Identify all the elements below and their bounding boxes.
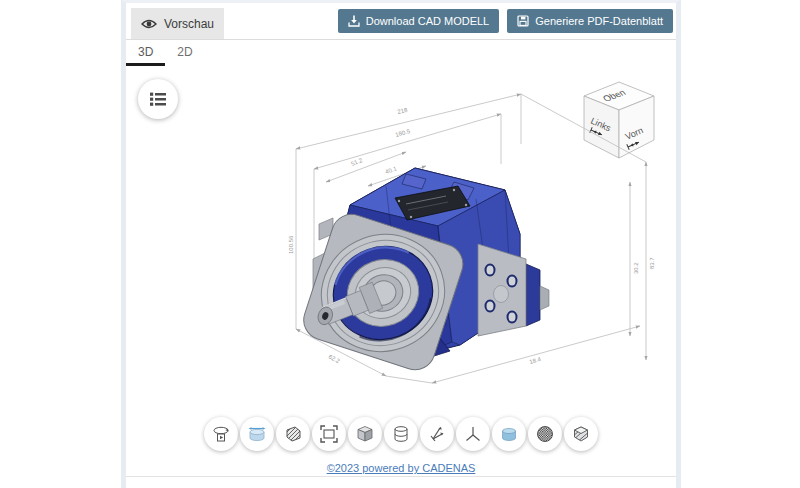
tab-vorschau[interactable]: Vorschau xyxy=(131,8,224,39)
toolbar-axes-button[interactable] xyxy=(456,417,490,451)
svg-text:218: 218 xyxy=(397,107,409,115)
toolbar-clip-view-button[interactable] xyxy=(564,417,598,451)
measure-tool-icon xyxy=(427,424,447,444)
cadenas-copyright-link[interactable]: ©2023 powered by CADENAS xyxy=(327,462,476,474)
generate-pdf-label: Generiere PDF-Datenblatt xyxy=(535,15,663,27)
layer-menu-button[interactable] xyxy=(138,79,178,119)
toolbar-fit-view-button[interactable] xyxy=(312,417,346,451)
download-cad-label: Download CAD MODELL xyxy=(366,15,490,27)
tab-vorschau-label: Vorschau xyxy=(164,17,214,31)
svg-text:18.4: 18.4 xyxy=(529,356,542,365)
shaded-view-icon xyxy=(499,424,519,444)
toolbar-solid-view-button[interactable] xyxy=(348,417,382,451)
tab-3d[interactable]: 3D xyxy=(126,40,165,66)
svg-text:62.2: 62.2 xyxy=(328,354,342,365)
measure-diameter-icon xyxy=(247,424,267,444)
toolbar-section-view-button[interactable] xyxy=(276,417,310,451)
download-icon xyxy=(348,15,360,27)
3d-model-viewport[interactable]: 218 180.5 51.2 40.1 31.1 100.56 62.2 83.… xyxy=(286,74,666,414)
toolbar-measure-diameter-button[interactable] xyxy=(240,417,274,451)
mesh-sphere-icon xyxy=(535,424,555,444)
toolbar-measure-tool-button[interactable] xyxy=(420,417,454,451)
header-tab-bar: Vorschau Download CAD MODELL xyxy=(126,3,676,40)
generate-pdf-button[interactable]: Generiere PDF-Datenblatt xyxy=(507,9,673,33)
svg-text:40.1: 40.1 xyxy=(384,165,398,175)
list-menu-icon xyxy=(147,88,169,110)
toolbar-rotate-animation-button[interactable] xyxy=(204,417,238,451)
preview-panel: Vorschau Download CAD MODELL xyxy=(121,0,681,488)
svg-text:180.5: 180.5 xyxy=(395,128,412,138)
axes-tripod-icon xyxy=(463,424,483,444)
pump-model xyxy=(299,168,549,375)
page: Vorschau Download CAD MODELL xyxy=(0,0,800,488)
tab-2d[interactable]: 2D xyxy=(165,40,204,66)
clip-cube-icon xyxy=(571,424,591,444)
viewer-toolbar xyxy=(126,417,676,451)
solid-view-icon xyxy=(355,424,375,444)
download-cad-button[interactable]: Download CAD MODELL xyxy=(338,9,500,33)
fit-view-icon xyxy=(319,424,339,444)
svg-text:30.2: 30.2 xyxy=(633,262,639,274)
toolbar-shaded-view-button[interactable] xyxy=(492,417,526,451)
section-view-icon xyxy=(283,424,303,444)
view-mode-tabs: 3D 2D xyxy=(126,40,676,66)
pdf-datasheet-icon xyxy=(517,15,529,27)
viewer-canvas[interactable]: Oben Links Vorn xyxy=(126,66,676,477)
footer: ©2023 powered by CADENAS xyxy=(126,458,676,476)
header-buttons: Download CAD MODELL Generiere PDF-Datenb… xyxy=(338,9,673,33)
toolbar-wireframe-view-button[interactable] xyxy=(384,417,418,451)
wireframe-view-icon xyxy=(391,424,411,444)
svg-text:100.56: 100.56 xyxy=(288,235,294,254)
eye-icon xyxy=(141,18,157,30)
svg-text:83.7: 83.7 xyxy=(649,257,655,269)
toolbar-mesh-view-button[interactable] xyxy=(528,417,562,451)
svg-text:51.2: 51.2 xyxy=(350,157,364,167)
rotate-animation-icon xyxy=(211,424,231,444)
